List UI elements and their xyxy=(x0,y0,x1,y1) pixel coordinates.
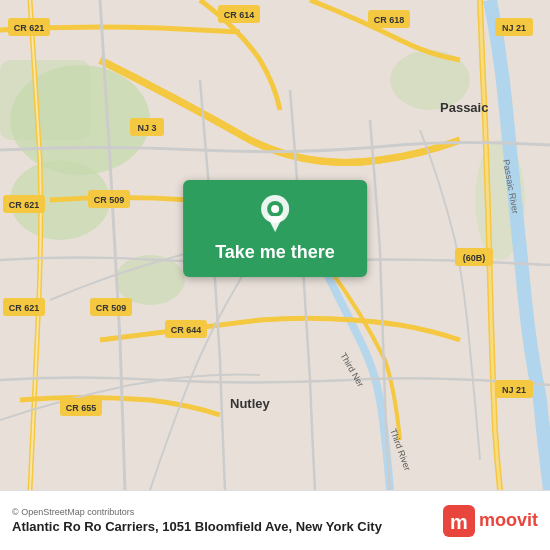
svg-text:m: m xyxy=(450,511,468,533)
svg-text:Passaic: Passaic xyxy=(440,100,488,115)
bottom-bar: © OpenStreetMap contributors Atlantic Ro… xyxy=(0,490,550,550)
svg-point-41 xyxy=(271,205,279,213)
moovit-brand-text: moovit xyxy=(479,510,538,531)
svg-text:(60B): (60B) xyxy=(463,253,486,263)
moovit-icon: m xyxy=(443,505,475,537)
cta-label: Take me there xyxy=(215,242,335,263)
svg-text:CR 644: CR 644 xyxy=(171,325,202,335)
svg-text:NJ 21: NJ 21 xyxy=(502,23,526,33)
svg-text:NJ 21: NJ 21 xyxy=(502,385,526,395)
map-container: CR 621 CR 614 CR 618 NJ 21 NJ 3 CR 621 C… xyxy=(0,0,550,490)
svg-text:CR 509: CR 509 xyxy=(94,195,125,205)
svg-text:CR 655: CR 655 xyxy=(66,403,97,413)
take-me-there-button[interactable]: Take me there xyxy=(183,180,367,277)
moovit-logo: m moovit xyxy=(443,505,538,537)
bottom-left: © OpenStreetMap contributors Atlantic Ro… xyxy=(12,507,382,534)
svg-text:Nutley: Nutley xyxy=(230,396,271,411)
place-name: Atlantic Ro Ro Carriers, 1051 Bloomfield… xyxy=(12,519,382,534)
svg-text:CR 621: CR 621 xyxy=(9,200,40,210)
svg-point-3 xyxy=(115,255,185,305)
svg-text:CR 614: CR 614 xyxy=(224,10,255,20)
svg-rect-4 xyxy=(0,60,90,140)
svg-text:CR 509: CR 509 xyxy=(96,303,127,313)
attribution-text: © OpenStreetMap contributors xyxy=(12,507,382,517)
svg-text:CR 621: CR 621 xyxy=(14,23,45,33)
svg-marker-40 xyxy=(267,216,283,232)
svg-text:CR 621: CR 621 xyxy=(9,303,40,313)
svg-text:NJ 3: NJ 3 xyxy=(137,123,156,133)
svg-text:CR 618: CR 618 xyxy=(374,15,405,25)
cta-overlay: Take me there xyxy=(183,180,367,277)
location-pin-icon xyxy=(259,194,291,234)
